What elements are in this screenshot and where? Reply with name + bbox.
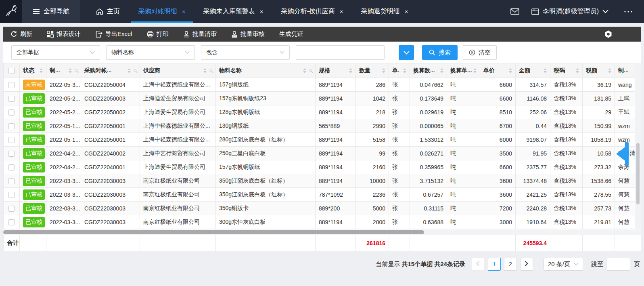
tab-close-icon[interactable]: ×: [182, 8, 186, 15]
cell-taxcode: 含税13%: [550, 119, 583, 133]
column-search-icon[interactable]: [75, 69, 77, 72]
doc-type-select[interactable]: 全部单据: [11, 45, 100, 60]
search-button[interactable]: 搜索: [422, 45, 458, 60]
column-header-amount[interactable]: 金额: [516, 63, 550, 78]
row-checkbox[interactable]: [8, 123, 15, 129]
next-page-button[interactable]: [520, 258, 533, 271]
sort-icon[interactable]: [473, 68, 477, 73]
column-header-status[interactable]: 状态: [20, 63, 46, 78]
nav-all-button[interactable]: 全部导航: [22, 0, 80, 23]
column-header-unit[interactable]: 单.: [389, 63, 410, 78]
column-header-docno[interactable]: 采购对帐...: [81, 63, 140, 78]
user-menu[interactable]: 李明清(超级管理员): [531, 7, 608, 16]
row-checkbox[interactable]: [8, 178, 15, 184]
column-header-supplier[interactable]: 供应商: [140, 63, 216, 78]
mail-icon[interactable]: [510, 8, 519, 15]
table-row[interactable]: 已审核2022-04-2...CGDZ22040002上海中艺行商贸有限公司25…: [4, 147, 641, 160]
sort-icon[interactable]: [40, 68, 43, 73]
hscroll-thumb[interactable]: [3, 230, 424, 234]
tab-4[interactable]: 采购退货明细×: [352, 0, 417, 23]
tab-1[interactable]: 采购对账明细×: [130, 0, 194, 23]
gear-icon[interactable]: [604, 30, 613, 38]
column-search-icon[interactable]: [209, 69, 212, 72]
tab-close-icon[interactable]: ×: [340, 8, 343, 15]
vscroll-thumb[interactable]: [636, 143, 640, 204]
column-search-icon[interactable]: [134, 69, 136, 72]
toolbar-button-7[interactable]: 生成凭证: [279, 30, 303, 38]
column-header-material[interactable]: 物料名称: [216, 63, 316, 78]
table-row[interactable]: 已审核2022-04-2...CGDZ22040001上海迪爱生贸易有限公司15…: [4, 160, 641, 174]
row-checkbox[interactable]: [8, 96, 15, 102]
horizontal-scrollbar[interactable]: [3, 229, 641, 235]
row-checkbox[interactable]: [8, 137, 15, 143]
field-select[interactable]: 物料名称: [106, 45, 195, 60]
jump-page-input[interactable]: [607, 258, 630, 271]
toolbar-button-3[interactable]: 导出Excel: [95, 30, 132, 38]
table-row[interactable]: 已审核2022-05-1...CGDZ22050001上海中轻森德纸业有限公..…: [4, 119, 641, 133]
sort-icon[interactable]: [440, 68, 443, 73]
row-checkbox[interactable]: [8, 192, 15, 198]
column-search-icon[interactable]: [309, 69, 312, 72]
tab-3[interactable]: 采购分析-按供应商×: [272, 0, 352, 23]
more-icon[interactable]: [624, 11, 633, 13]
sort-icon[interactable]: [69, 68, 72, 73]
expand-filters-button[interactable]: [399, 45, 414, 60]
tab-2[interactable]: 采购未入库预警表×: [194, 0, 272, 23]
cell-qty: 2990: [356, 119, 389, 133]
page-button-2[interactable]: 2: [504, 258, 517, 271]
table-row[interactable]: 未审核2022-05-3...CGDZ22050004上海中轻森德纸业有限公..…: [4, 78, 641, 92]
toolbar-button-1[interactable]: 刷新: [10, 30, 32, 38]
row-checkbox[interactable]: [8, 206, 15, 212]
row-checkbox[interactable]: [8, 164, 15, 170]
row-checkbox[interactable]: [8, 151, 15, 157]
chevron-down-icon: [574, 263, 579, 266]
app-logo[interactable]: [0, 0, 22, 23]
cell-unit: 张: [389, 105, 410, 119]
table-row[interactable]: 已审核2022-03-3...CGDZ22030003南京红极纸业有限公司350…: [4, 188, 641, 202]
tab-close-icon[interactable]: ×: [260, 8, 263, 15]
sort-icon[interactable]: [349, 68, 352, 73]
vertical-scrollbar[interactable]: [635, 63, 641, 229]
column-header-date[interactable]: 制...: [46, 63, 81, 78]
column-header-price[interactable]: 单价: [480, 63, 516, 78]
table-row[interactable]: 已审核2022-05-1...CGDZ22050001上海中轻森德纸业有限公..…: [4, 133, 641, 147]
toolbar-button-5[interactable]: 批量消审: [183, 30, 217, 38]
row-checkbox[interactable]: [8, 82, 15, 88]
operator-select[interactable]: 包含: [201, 45, 290, 60]
sort-icon[interactable]: [403, 68, 406, 73]
row-checkbox[interactable]: [8, 109, 15, 116]
clear-button[interactable]: 清空: [463, 45, 497, 60]
cell-status: 已审核: [20, 105, 46, 119]
sort-icon[interactable]: [509, 68, 512, 73]
sort-icon[interactable]: [303, 68, 306, 73]
table-row[interactable]: 已审核2022-05-2...CGDZ22050003上海迪爱生贸易有限公司15…: [4, 92, 641, 105]
page-size-select[interactable]: 20 条/页: [544, 258, 583, 271]
sort-icon[interactable]: [382, 68, 385, 73]
table-row[interactable]: 已审核2022-05-2...CGDZ22050002上海迪爱生贸易有限公司12…: [4, 105, 641, 119]
table-row[interactable]: 已审核2022-03-3...CGDZ22030003南京红极纸业有限公司350…: [4, 174, 641, 188]
side-panel-handle[interactable]: [616, 142, 629, 166]
sort-icon[interactable]: [576, 68, 579, 73]
page-button-1[interactable]: 1: [488, 258, 501, 271]
select-all-checkbox[interactable]: [8, 68, 15, 74]
toolbar-button-4[interactable]: 打印: [147, 30, 169, 38]
tab-close-icon[interactable]: ×: [405, 8, 408, 15]
prev-page-button[interactable]: [472, 258, 485, 271]
column-header-spec[interactable]: 规格: [316, 63, 356, 78]
sort-icon[interactable]: [544, 68, 547, 73]
keyword-input[interactable]: [296, 45, 385, 60]
toolbar-button-2[interactable]: 报表设计: [47, 30, 81, 38]
column-header-qty[interactable]: 数量: [356, 63, 389, 78]
column-header-tax[interactable]: 税额: [583, 63, 615, 78]
toolbar-button-6[interactable]: 批量审核: [231, 30, 265, 38]
sort-icon[interactable]: [608, 68, 611, 73]
table-row[interactable]: 已审核2022-03-3...CGDZ22030003南京红极纸业有限公司300…: [4, 215, 641, 229]
sort-icon[interactable]: [203, 68, 207, 73]
tab-home[interactable]: 主页: [86, 0, 130, 23]
table-row[interactable]: 已审核2022-03-3...CGDZ22030003南京红极纸业有限公司350…: [4, 202, 641, 215]
column-header-convunit[interactable]: 换算单...: [447, 63, 480, 78]
row-checkbox[interactable]: [8, 219, 15, 225]
sort-icon[interactable]: [128, 68, 131, 73]
column-header-taxcode[interactable]: 税码: [550, 63, 583, 78]
column-header-convqty[interactable]: 换算数...: [410, 63, 447, 78]
